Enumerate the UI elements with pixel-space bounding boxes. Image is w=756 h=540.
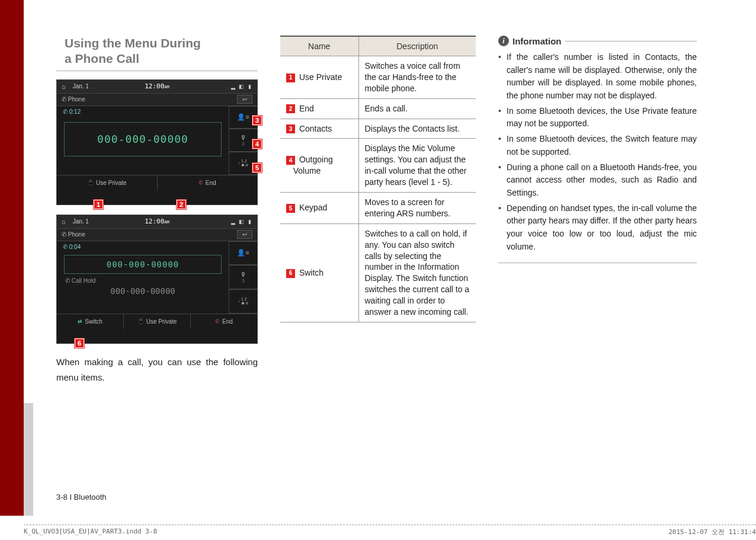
side-contacts-button[interactable]: 👤≡ [229, 241, 257, 266]
feature-table: Name Description 1 Use Private Switches … [280, 36, 476, 322]
left-gray-tab [24, 403, 33, 516]
phone-label: Phone [68, 96, 85, 103]
cell-desc: Moves to a screen for entering ARS numbe… [358, 193, 476, 224]
use-private-button[interactable]: 📱Use Private [124, 314, 191, 329]
cell-desc: Ends a call. [358, 98, 476, 119]
callout-1: 1 [94, 200, 103, 209]
call-main-area: ✆ 0:04 000-000-00000 ✆ Call Hold 000-000… [57, 241, 229, 314]
callout-3: 3 [252, 116, 262, 125]
info-item: If the caller's number is listed in Cont… [498, 51, 697, 103]
back-icon: ↩ [237, 95, 252, 104]
cell-name: 4 Outgoing Volume [280, 139, 358, 193]
contacts-icon: 👤≡ [237, 114, 249, 120]
column-center: Name Description 1 Use Private Switches … [280, 36, 476, 385]
info-item: In some Bluetooth devices, the Use Priva… [498, 105, 697, 130]
call-timer: ✆ 0:12 [57, 106, 229, 117]
cell-name: 2 End [280, 98, 358, 119]
end-call-icon: ✆ [198, 180, 203, 186]
callout-6: 6 [75, 338, 84, 348]
table-row: 3 Contacts Displays the Contacts list. [280, 119, 476, 139]
private-icon: 📱 [87, 180, 94, 186]
page-content: Using the Menu During a Phone Call ⌂ Jan… [56, 36, 702, 385]
chevron-left-icon: ‹ [238, 299, 240, 304]
side-keypad-button[interactable]: ‹1 2✱ # [229, 289, 257, 314]
status-date: Jan. 1 [73, 218, 89, 225]
th-desc: Description [358, 36, 476, 56]
bottom-bar: 📱Use Private ✆End [57, 175, 257, 190]
phone-icon: ✆ [62, 96, 66, 103]
info-title: Information [512, 36, 562, 46]
screenshot-body: ✆ 0:12 000-000-00000 👤≡ 🎙3 ‹1 2✱ # 📱Use … [57, 106, 257, 190]
screenshot-call-single: ⌂ Jan. 1 12:00AM ▂ ◧ ▮ ✆ Phone ↩ ✆ 0:12 … [56, 79, 258, 205]
contacts-icon: 👤≡ [237, 250, 249, 256]
info-list: If the caller's number is listed in Cont… [498, 51, 697, 263]
cell-desc: Displays the Mic Volume settings. You ca… [358, 139, 476, 193]
info-item: In some Bluetooth devices, the Switch fe… [498, 133, 697, 158]
status-bar: ⌂ Jan. 1 12:00AM ▂ ◧ ▮ [57, 80, 257, 93]
side-volume-button[interactable]: 🎙3 [229, 265, 257, 289]
cell-desc: Displays the Contacts list. [358, 119, 476, 139]
private-icon: 📱 [137, 318, 144, 324]
table-row: 4 Outgoing Volume Displays the Mic Volum… [280, 139, 476, 193]
switch-button[interactable]: ⇄Switch [57, 314, 124, 329]
mic-volume-icon: 🎙3 [240, 271, 246, 283]
end-button[interactable]: ✆End [158, 175, 258, 190]
section-title-line1: Using the Menu During [65, 36, 201, 50]
table-row: 2 End Ends a call. [280, 98, 476, 119]
bottom-bar: ⇄Switch 📱Use Private ✆End [57, 314, 257, 329]
callout-2: 2 [177, 200, 186, 209]
info-icon: i [498, 36, 509, 46]
back-icon: ↩ [237, 230, 252, 239]
page-footer: 3-8 I Bluetooth [56, 493, 107, 501]
callout-5: 5 [252, 163, 262, 172]
num-tag: 2 [286, 104, 295, 113]
home-icon: ⌂ [62, 83, 66, 90]
use-private-button[interactable]: 📱Use Private [57, 175, 158, 190]
hold-label: ✆ Call Hold [57, 276, 229, 285]
phone-label: Phone [68, 231, 85, 238]
active-call-number: 000-000-00000 [64, 255, 222, 274]
screenshot-call-hold: ⌂ Jan. 1 12:00AM ▂ ◧ ▮ ✆ Phone ↩ ✆ 0:04 … [56, 215, 258, 344]
phone-icon: ✆ [62, 231, 66, 238]
status-right-icons: ▂ ◧ ▮ [231, 219, 252, 225]
num-tag: 6 [286, 269, 295, 278]
cell-desc: Switches to a call on hold, if any. You … [358, 223, 476, 322]
status-bar: ⌂ Jan. 1 12:00AM ▂ ◧ ▮ [57, 215, 257, 228]
info-item: Depending on handset types, the in-call … [498, 202, 697, 254]
chevron-left-icon: ‹ [238, 161, 240, 166]
call-main-area: ✆ 0:12 000-000-00000 [57, 106, 229, 175]
keypad-icon: 1 2✱ # [241, 297, 248, 305]
call-timer: ✆ 0:04 [57, 241, 229, 253]
print-timestamp: 2015-12-07 오전 11:31:4 [668, 528, 756, 536]
end-call-icon: ✆ [215, 318, 220, 324]
column-right: i Information If the caller's number is … [498, 36, 697, 385]
num-tag: 5 [286, 204, 295, 213]
phone-title-bar: ✆ Phone ↩ [57, 93, 257, 106]
th-name: Name [280, 36, 358, 56]
status-right-icons: ▂ ◧ ▮ [231, 84, 252, 90]
cell-name: 6 Switch [280, 223, 358, 322]
cell-desc: Switches a voice call from the car Hands… [358, 56, 476, 99]
info-item: During a phone call on a Bluetooth Hands… [498, 161, 697, 200]
caption-text: When making a call, you can use the foll… [56, 354, 258, 386]
num-tag: 4 [286, 156, 295, 165]
print-metadata: K_QL_UVO3[USA_EU]AV_PART3.indd 3-8 2015-… [24, 525, 756, 536]
end-button[interactable]: ✆End [191, 314, 257, 329]
column-left: Using the Menu During a Phone Call ⌂ Jan… [56, 36, 258, 385]
phone-title-bar: ✆ Phone ↩ [57, 228, 257, 241]
print-file: K_QL_UVO3[USA_EU]AV_PART3.indd 3-8 [24, 528, 157, 536]
table-header-row: Name Description [280, 36, 476, 56]
cell-name: 1 Use Private [280, 56, 358, 99]
num-tag: 1 [286, 74, 295, 82]
left-red-bar [0, 0, 24, 516]
cell-name: 5 Keypad [280, 193, 358, 224]
home-icon: ⌂ [62, 218, 66, 225]
status-clock: 12:00AM [145, 218, 169, 225]
num-tag: 3 [286, 124, 295, 133]
keypad-icon: 1 2✱ # [241, 159, 248, 167]
info-rule [565, 41, 697, 41]
switch-icon: ⇄ [78, 318, 82, 324]
table-row: 5 Keypad Moves to a screen for entering … [280, 193, 476, 224]
status-date: Jan. 1 [73, 83, 89, 90]
cell-name: 3 Contacts [280, 119, 358, 139]
